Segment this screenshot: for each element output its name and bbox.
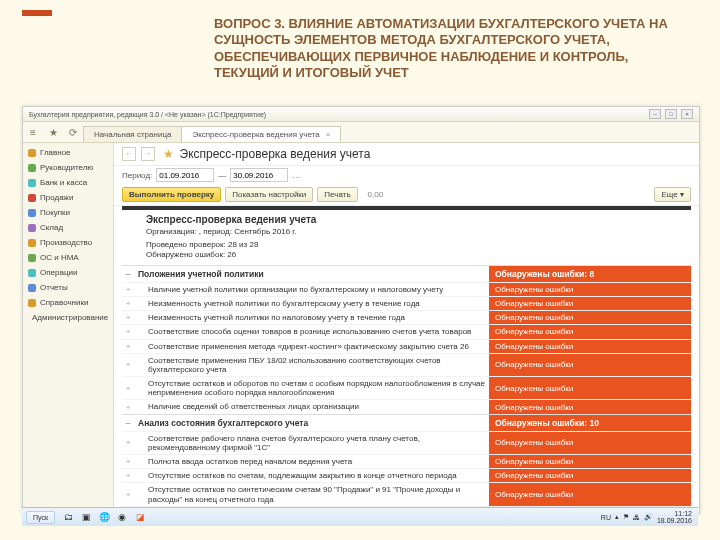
print-button[interactable]: Печать (317, 187, 357, 202)
tab-label: Экспресс-проверка ведения учета (192, 130, 319, 139)
expand-icon[interactable]: + (122, 400, 134, 413)
check-status: Обнаружены ошибки (489, 377, 691, 399)
expand-icon[interactable]: + (122, 483, 134, 505)
check-item[interactable]: +Соответствие способа оценки товаров в р… (122, 324, 691, 338)
report-subtitle: Организация: , период: Сентябрь 2016 г. (122, 227, 691, 238)
sidebar-item-assets[interactable]: ОС и НМА (23, 250, 113, 265)
page-title: Экспресс-проверка ведения учета (180, 147, 371, 161)
toolbar: ≡ ★ ⟳ Начальная страница Экспресс-провер… (23, 122, 699, 143)
sidebar-item-admin[interactable]: Администрирование (23, 310, 113, 325)
browser-icon[interactable]: 🌐 (97, 510, 111, 524)
show-settings-button[interactable]: Показать настройки (225, 187, 313, 202)
check-item[interactable]: +Отсутствие остатков по счетам, подлежащ… (122, 468, 691, 482)
check-status: Обнаружены ошибки (489, 283, 691, 296)
sidebar-label: Склад (40, 223, 63, 232)
tray-volume-icon[interactable]: 🔊 (644, 513, 653, 521)
check-item[interactable]: +Отсутствие остатков и оборотов по счета… (122, 376, 691, 399)
explorer-icon[interactable]: 🗂 (61, 510, 75, 524)
check-label: Соответствие рабочего плана счетов бухга… (134, 432, 489, 454)
action-row: Выполнить проверку Показать настройки Пе… (114, 184, 699, 206)
check-status: Обнаружены ошибки (489, 400, 691, 413)
sidebar-item-operations[interactable]: Операции (23, 265, 113, 280)
check-item[interactable]: +Соответствие применения метода «директ-… (122, 339, 691, 353)
section-icon (28, 179, 36, 187)
expand-icon[interactable]: + (122, 283, 134, 296)
tab-close-icon[interactable]: × (326, 130, 331, 139)
check-status: Обнаружены ошибки (489, 297, 691, 310)
clock-date: 18.09.2016 (657, 517, 692, 524)
sidebar-item-bank[interactable]: Банк и касса (23, 175, 113, 190)
sidebar-item-main[interactable]: Главное (23, 145, 113, 160)
expand-icon[interactable]: + (122, 469, 134, 482)
page-header: ← → ★ Экспресс-проверка ведения учета (114, 143, 699, 166)
check-item[interactable]: +Отсутствие остатков по синтетическим сч… (122, 482, 691, 505)
expand-icon[interactable]: + (122, 377, 134, 399)
check-label: Отсутствие остатков по счетам, подлежащи… (134, 469, 489, 482)
sidebar-item-production[interactable]: Производство (23, 235, 113, 250)
tray-network-icon[interactable]: 🖧 (633, 514, 640, 521)
star-icon[interactable]: ★ (46, 125, 60, 139)
expand-icon[interactable]: + (122, 432, 134, 454)
section-icon (28, 194, 36, 202)
check-item[interactable]: +Наличие сведений об ответственных лицах… (122, 399, 691, 413)
menu-icon[interactable]: ≡ (26, 125, 40, 139)
sidebar-item-sales[interactable]: Продажи (23, 190, 113, 205)
date-to-input[interactable] (230, 168, 288, 182)
sidebar-item-directories[interactable]: Справочники (23, 295, 113, 310)
period-row: Период: — … (114, 166, 699, 184)
expand-icon[interactable]: + (122, 311, 134, 324)
sidebar-item-manager[interactable]: Руководителю (23, 160, 113, 175)
start-button[interactable]: Пуск (26, 511, 55, 524)
chrome-icon[interactable]: ◉ (115, 510, 129, 524)
check-label: Соответствие применения ПБУ 18/02 исполь… (134, 354, 489, 376)
section-icon (28, 209, 36, 217)
date-from-input[interactable] (156, 168, 214, 182)
minimize-button[interactable]: – (649, 109, 661, 119)
sidebar: Главное Руководителю Банк и касса Продаж… (23, 143, 114, 515)
tray-flag-icon[interactable]: ⚑ (623, 513, 629, 521)
period-picker-icon[interactable]: … (292, 171, 300, 180)
run-check-button[interactable]: Выполнить проверку (122, 187, 221, 202)
tab-express-check[interactable]: Экспресс-проверка ведения учета× (181, 126, 341, 142)
section-header[interactable]: –Анализ состояния бухгалтерского учетаОб… (122, 414, 691, 431)
tab-home[interactable]: Начальная страница (83, 126, 182, 142)
section-label: Положения учетной политики (134, 266, 489, 282)
lang-indicator[interactable]: RU (601, 514, 611, 521)
sidebar-label: Руководителю (40, 163, 93, 172)
check-status: Обнаружены ошибки (489, 432, 691, 454)
more-button[interactable]: Еще ▾ (654, 187, 691, 202)
sidebar-item-purchases[interactable]: Покупки (23, 205, 113, 220)
check-item[interactable]: +Соответствие применения ПБУ 18/02 испол… (122, 353, 691, 376)
section-header[interactable]: –Положения учетной политикиОбнаружены ош… (122, 265, 691, 282)
sidebar-label: Производство (40, 238, 92, 247)
check-item[interactable]: +Неизменность учетной политики по налого… (122, 310, 691, 324)
section-icon (28, 164, 36, 172)
sidebar-item-reports[interactable]: Отчеты (23, 280, 113, 295)
tray-chevron-icon[interactable]: ▴ (615, 513, 619, 521)
expand-icon[interactable]: + (122, 340, 134, 353)
check-item[interactable]: +Наличие учетной политики организации по… (122, 282, 691, 296)
check-item[interactable]: +Соответствие рабочего плана счетов бухг… (122, 431, 691, 454)
expand-icon[interactable]: + (122, 297, 134, 310)
sidebar-item-warehouse[interactable]: Склад (23, 220, 113, 235)
expand-icon[interactable]: + (122, 455, 134, 468)
forward-button[interactable]: → (141, 147, 155, 161)
collapse-icon[interactable]: – (122, 266, 134, 282)
clock[interactable]: 11:12 18.09.2016 (657, 510, 692, 524)
expand-icon[interactable]: + (122, 325, 134, 338)
check-item[interactable]: +Неизменность учетной политики по бухгал… (122, 296, 691, 310)
history-icon[interactable]: ⟳ (66, 125, 80, 139)
collapse-icon[interactable]: – (122, 415, 134, 431)
favorite-icon[interactable]: ★ (163, 147, 174, 161)
1c-icon[interactable]: ◪ (133, 510, 147, 524)
sidebar-label: ОС и НМА (40, 253, 79, 262)
period-dash: — (218, 171, 226, 180)
close-button[interactable]: × (681, 109, 693, 119)
system-tray: RU ▴ ⚑ 🖧 🔊 11:12 18.09.2016 (601, 510, 698, 524)
maximize-button[interactable]: □ (665, 109, 677, 119)
back-button[interactable]: ← (122, 147, 136, 161)
section-icon (28, 284, 36, 292)
check-item[interactable]: +Полнота ввода остатков перед началом ве… (122, 454, 691, 468)
expand-icon[interactable]: + (122, 354, 134, 376)
player-icon[interactable]: ▣ (79, 510, 93, 524)
